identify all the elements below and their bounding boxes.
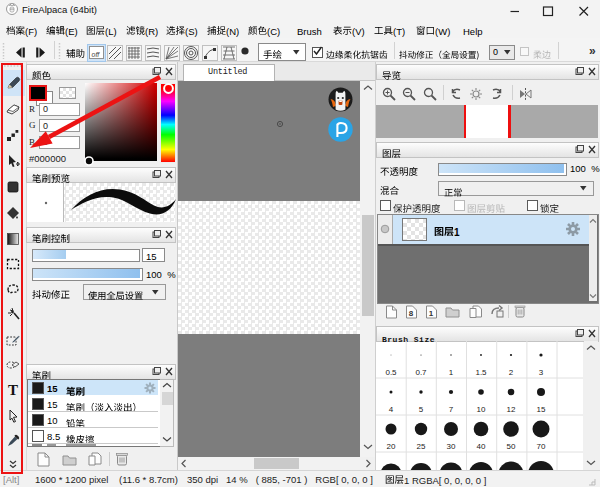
svg-text:8: 8 xyxy=(409,309,414,318)
svg-text:1: 1 xyxy=(429,309,434,318)
